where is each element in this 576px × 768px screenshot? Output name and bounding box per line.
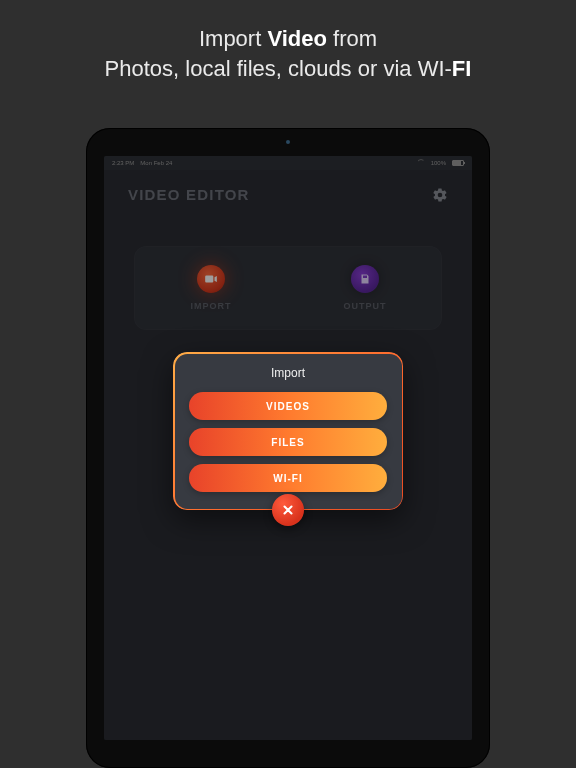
battery-percent: 100%	[431, 160, 446, 166]
output-tile[interactable]: OUTPUT	[288, 246, 442, 330]
import-dialog: Import VIDEOS FILES WI-FI	[173, 352, 403, 510]
status-bar: 2:23 PM Mon Feb 24 100%	[104, 156, 472, 170]
wifi-icon	[417, 159, 425, 167]
dialog-options: VIDEOS FILES WI-FI	[189, 392, 387, 492]
save-icon	[359, 273, 371, 285]
promo-caption: Import Video from Photos, local files, c…	[0, 24, 576, 83]
status-left: 2:23 PM Mon Feb 24	[112, 160, 172, 166]
video-camera-icon	[204, 272, 218, 286]
svg-point-0	[207, 278, 210, 281]
status-time: 2:23 PM	[112, 160, 134, 166]
main-tiles-panel: IMPORT OUTPUT	[134, 246, 442, 330]
caption-text: Photos, local files, clouds or via WI-	[105, 56, 452, 81]
import-icon-wrap	[197, 265, 225, 293]
status-right: 100%	[417, 159, 464, 167]
app-header: VIDEO EDITOR	[104, 186, 472, 203]
gear-icon	[432, 187, 448, 203]
dialog-close-button[interactable]	[272, 494, 304, 526]
caption-bold: FI	[452, 56, 472, 81]
dialog-title: Import	[189, 366, 387, 380]
output-icon-wrap	[351, 265, 379, 293]
caption-text: from	[327, 26, 377, 51]
screen: 2:23 PM Mon Feb 24 100% VIDEO EDITOR IMP	[104, 156, 472, 740]
close-icon	[281, 503, 295, 517]
option-files[interactable]: FILES	[189, 428, 387, 456]
front-camera	[286, 140, 290, 144]
caption-line-2: Photos, local files, clouds or via WI-FI	[105, 56, 472, 81]
settings-button[interactable]	[432, 187, 448, 203]
status-date: Mon Feb 24	[140, 160, 172, 166]
caption-bold: Video	[267, 26, 327, 51]
option-wifi[interactable]: WI-FI	[189, 464, 387, 492]
app-title: VIDEO EDITOR	[128, 186, 250, 203]
import-tile[interactable]: IMPORT	[134, 246, 288, 330]
caption-line-1: Import Video from	[199, 26, 377, 51]
option-videos[interactable]: VIDEOS	[189, 392, 387, 420]
import-label: IMPORT	[191, 301, 232, 311]
tablet-frame: 2:23 PM Mon Feb 24 100% VIDEO EDITOR IMP	[86, 128, 490, 768]
caption-text: Import	[199, 26, 267, 51]
output-label: OUTPUT	[344, 301, 387, 311]
battery-icon	[452, 160, 464, 166]
